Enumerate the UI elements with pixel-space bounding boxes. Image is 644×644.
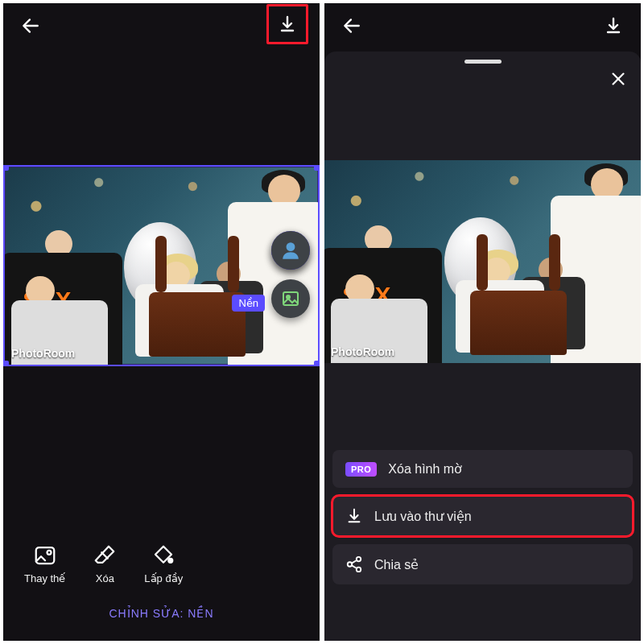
svg-line-16: [352, 560, 357, 564]
background-layer-button[interactable]: [271, 279, 310, 318]
replace-label: Thay thế: [24, 572, 65, 584]
fill-icon: [151, 543, 175, 568]
preview-image: SLX PhotoRoom: [324, 160, 641, 363]
download-button[interactable]: [266, 4, 308, 44]
wooden-chair: [470, 291, 567, 355]
image-icon: [281, 289, 300, 308]
fill-tool[interactable]: Lấp đầy: [144, 543, 183, 584]
pro-badge: PRO: [345, 462, 377, 477]
top-bar: [3, 3, 320, 48]
download-icon: [278, 14, 297, 34]
svg-point-7: [169, 559, 173, 563]
selection-handle[interactable]: [3, 361, 9, 366]
back-button[interactable]: [14, 10, 47, 42]
subject-layer-button[interactable]: [271, 231, 310, 270]
download-button[interactable]: [597, 10, 630, 42]
background-layer-label: Nền: [232, 295, 265, 312]
selection-handle[interactable]: [3, 165, 9, 171]
export-sheet: SLX PhotoRoom PRO Xóa hình mờ Lưu vào th…: [324, 52, 641, 641]
export-screen: SLX PhotoRoom PRO Xóa hình mờ Lưu vào th…: [324, 3, 641, 641]
delete-tool[interactable]: Xóa: [93, 543, 117, 584]
share-option[interactable]: Chia sẻ: [332, 544, 633, 584]
edit-tools: Thay thế Xóa Lấp đầy: [3, 543, 320, 584]
edited-image[interactable]: SLX PhotoRoom +: [3, 165, 320, 366]
fill-label: Lấp đầy: [144, 572, 183, 584]
export-menu: PRO Xóa hình mờ Lưu vào thư viện Chia sẻ: [332, 450, 633, 584]
delete-label: Xóa: [96, 572, 114, 584]
footer-mode-title: CHỈNH SỬA: NỀN: [3, 607, 320, 620]
selection-handle[interactable]: [314, 165, 320, 171]
watermark: PhotoRoom: [331, 345, 394, 358]
replace-tool[interactable]: Thay thế: [24, 543, 65, 584]
selection-handle[interactable]: [314, 361, 320, 366]
share-label: Chia sẻ: [374, 557, 419, 572]
person-icon: [280, 240, 301, 261]
svg-line-17: [352, 565, 357, 568]
editor-screen: SLX PhotoRoom +: [3, 3, 320, 641]
close-button[interactable]: [605, 66, 631, 92]
remove-watermark-option[interactable]: PRO Xóa hình mờ: [332, 450, 633, 488]
download-icon: [345, 507, 363, 525]
eraser-icon: [93, 543, 117, 568]
top-bar: [324, 3, 641, 48]
preview-area: SLX PhotoRoom: [324, 160, 641, 363]
svg-point-6: [47, 551, 51, 555]
watermark: PhotoRoom: [11, 347, 75, 360]
save-to-library-option[interactable]: Lưu vào thư viện: [332, 496, 633, 536]
svg-point-2: [287, 242, 295, 251]
replace-icon: [33, 543, 57, 568]
save-label: Lưu vào thư viện: [374, 509, 472, 524]
share-icon: [345, 555, 363, 573]
layer-fab-stack: + Nền: [271, 231, 310, 318]
remove-watermark-label: Xóa hình mờ: [388, 461, 462, 477]
close-icon: [609, 70, 627, 88]
arrow-left-icon: [20, 15, 41, 36]
sheet-grabber[interactable]: [464, 60, 502, 64]
back-button[interactable]: [336, 10, 368, 42]
wooden-chair: [149, 292, 246, 357]
arrow-left-icon: [341, 15, 362, 36]
download-icon: [604, 16, 623, 35]
canvas-area: SLX PhotoRoom +: [3, 165, 320, 366]
svg-rect-3: [283, 292, 298, 305]
